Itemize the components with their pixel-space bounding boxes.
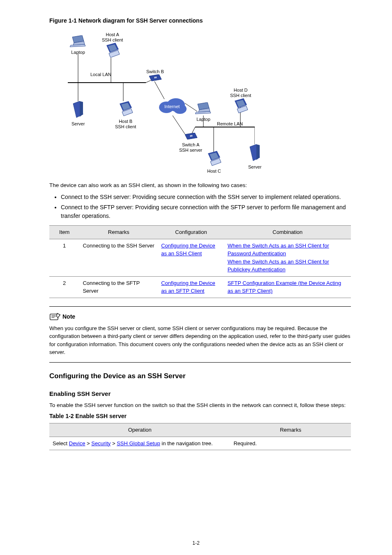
cell-idx: 1 xyxy=(49,239,79,276)
th-operation: Operation xyxy=(49,423,230,437)
desktop-icon xyxy=(233,98,249,114)
config-table-2: Operation Remarks Select Device > Securi… xyxy=(49,423,351,450)
network-diagram: Laptop Host A SSH client Local LAN Serve… xyxy=(58,29,255,173)
combo-link[interactable]: SFTP Configuration Example (the Device A… xyxy=(228,280,341,294)
server-icon xyxy=(248,144,261,162)
label-local-lan: Local LAN xyxy=(90,72,111,77)
svg-line-8 xyxy=(173,116,185,134)
cell-remarks: Required. xyxy=(230,437,351,450)
label-laptop1: Laptop xyxy=(70,50,86,55)
section-heading: Configuring the Device as an SSH Server xyxy=(49,371,351,382)
desktop-icon xyxy=(118,101,134,117)
config-link[interactable]: Configuring the Device as an SSH Client xyxy=(161,243,215,257)
page-number: 1-2 xyxy=(0,539,392,547)
section-subheading: Enabling SSH Server xyxy=(49,389,351,399)
bullet-list: Connect to the SSH server: Providing sec… xyxy=(49,193,351,220)
laptop-icon xyxy=(195,102,212,115)
divider xyxy=(49,306,351,307)
figure-caption: Figure 1-1 Network diagram for SSH Serve… xyxy=(49,16,351,25)
label-server2: Server xyxy=(248,164,261,170)
th-config: Configuration xyxy=(158,226,224,239)
table-row: 2 Connecting to the SFTP Server Configur… xyxy=(49,276,351,298)
config-table-1: Item Remarks Configuration Combination 1… xyxy=(49,225,351,298)
label-host-a: Host A SSH client xyxy=(102,32,123,43)
cell-config: Configuring the Device as an SSH Client xyxy=(158,239,224,276)
th-item: Item xyxy=(49,226,79,239)
op-link[interactable]: Device xyxy=(69,440,85,446)
op-link[interactable]: Security xyxy=(91,440,111,446)
label-switch-a: Switch A SSH server xyxy=(179,142,202,153)
label-internet: Internet xyxy=(164,104,180,109)
svg-marker-22 xyxy=(80,101,83,117)
svg-text:⇄: ⇄ xyxy=(154,76,157,79)
table-row: Select Device > Security > SSH Global Se… xyxy=(49,437,351,450)
note-icon xyxy=(49,312,61,321)
combo-link[interactable]: When the Switch Acts as an SSH Client fo… xyxy=(228,259,329,273)
switch-icon: ⇄ xyxy=(148,74,162,82)
table-row: 1 Connecting to the SSH Server Configuri… xyxy=(49,239,351,276)
note-heading: Note xyxy=(62,312,75,321)
op-link[interactable]: SSH Global Setup xyxy=(117,440,160,446)
cell-idx: 2 xyxy=(49,276,79,298)
cell-config: Configuring the Device as an SFTP Client xyxy=(158,276,224,298)
label-remote-lan: Remote LAN xyxy=(217,121,243,127)
cell-remarks: Connecting to the SSH Server xyxy=(79,239,158,276)
bullet-item: Connect to the SFTP server: Providing se… xyxy=(61,203,351,220)
note-body: When you configure the SSH server or cli… xyxy=(49,324,351,356)
label-switch-b: Switch B xyxy=(146,69,164,74)
note-block: Note When you configure the SSH server o… xyxy=(49,312,351,356)
op-prefix: Select xyxy=(53,440,69,446)
svg-text:⇄: ⇄ xyxy=(190,134,193,138)
intro-text: The device can also work as an SSH clien… xyxy=(49,181,351,190)
th-combo: Combination xyxy=(224,226,351,239)
desktop-icon xyxy=(105,43,120,58)
th-remarks: Remarks xyxy=(230,423,351,437)
divider xyxy=(49,362,351,363)
label-host-c: Host C xyxy=(206,169,222,174)
section-paragraph: To enable the SSH server function on the… xyxy=(49,401,351,409)
label-host-d: Host D SSH client xyxy=(230,88,251,98)
switch-icon: ⇄ xyxy=(183,133,198,140)
label-laptop2: Laptop xyxy=(195,117,212,122)
op-suffix: in the navigation tree. xyxy=(161,440,212,446)
server-icon xyxy=(71,101,85,119)
cell-operation: Select Device > Security > SSH Global Se… xyxy=(49,437,230,450)
bullet-item: Connect to the SSH server: Providing sec… xyxy=(61,193,351,201)
label-server1: Server xyxy=(71,121,85,127)
laptop-icon xyxy=(70,35,86,48)
label-host-b: Host B SSH client xyxy=(115,119,136,130)
th-remarks: Remarks xyxy=(79,226,158,239)
table-caption: Table 1-2 Enable SSH server xyxy=(49,412,351,421)
cell-combo: SFTP Configuration Example (the Device A… xyxy=(224,276,351,298)
combo-link[interactable]: When the Switch Acts as an SSH Client fo… xyxy=(228,243,329,257)
desktop-icon xyxy=(206,151,222,166)
config-link[interactable]: Configuring the Device as an SFTP Client xyxy=(161,280,215,294)
cell-remarks: Connecting to the SFTP Server xyxy=(79,276,158,298)
cell-combo: When the Switch Acts as an SSH Client fo… xyxy=(224,239,351,276)
svg-marker-43 xyxy=(256,144,260,160)
